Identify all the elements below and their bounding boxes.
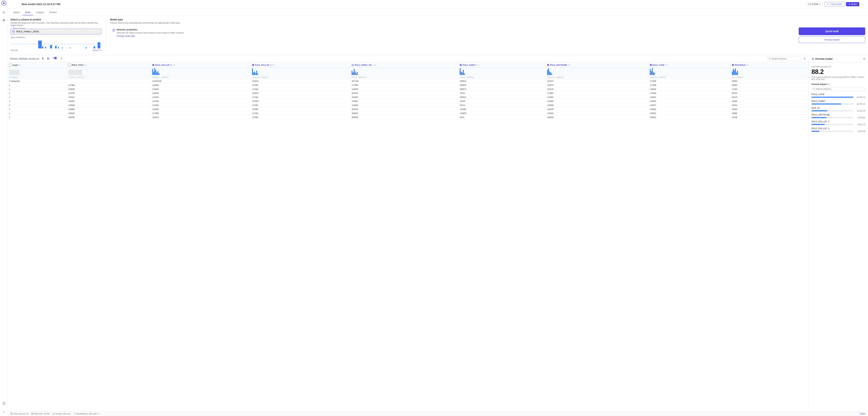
tab-build[interactable]: Build xyxy=(22,10,33,15)
model-type-section: Model type Canvas detects and automatica… xyxy=(106,18,795,52)
svg-rect-45 xyxy=(547,64,549,66)
table-row: 1119323117930117929123932197931195691193… xyxy=(8,99,808,103)
status-visualizations: Visualizations: 20k rows i xyxy=(73,413,99,415)
chart-row xyxy=(8,68,808,75)
col-header-role-rollup1[interactable]: ROLE_ROLLUP_1 123 xyxy=(250,63,350,68)
target-column-select[interactable]: ROLE_FAMILY_DESC xyxy=(10,29,101,34)
svg-line-12 xyxy=(849,4,850,5)
svg-rect-26 xyxy=(86,47,87,48)
dist-min: 4673.00 xyxy=(10,49,18,51)
page-title: New model 2021-11-16 6:27 PM xyxy=(22,3,804,6)
tab-select[interactable]: Select xyxy=(10,10,22,15)
col-header-target[interactable]: target Abc xyxy=(8,63,67,68)
filter-badge: 2 xyxy=(54,57,57,59)
model-type-title: Model type xyxy=(110,18,795,21)
version-badge[interactable]: V1 Draft xyxy=(806,2,823,6)
col-check-icon xyxy=(152,64,154,66)
svg-rect-29 xyxy=(42,58,44,59)
sort-btn[interactable] xyxy=(60,57,64,61)
accuracy-value: 88.2 xyxy=(811,68,865,75)
impact-item: ROLE_DEPTNAME 9,478.84 xyxy=(811,114,865,119)
svg-rect-56 xyxy=(12,413,12,415)
tabs: Select Build Analyze Predict xyxy=(8,8,868,15)
svg-rect-40 xyxy=(152,64,154,66)
svg-rect-16 xyxy=(38,40,42,48)
search-columns-input[interactable] xyxy=(772,58,800,60)
col-header-role-title[interactable]: ROLE_TITLE 123 xyxy=(67,63,151,68)
svg-text:?: ? xyxy=(3,403,4,405)
change-model-link[interactable]: Change model type xyxy=(117,35,135,37)
svg-line-11 xyxy=(849,4,850,4)
svg-rect-58 xyxy=(31,414,33,415)
tab-predict[interactable]: Predict xyxy=(47,10,59,15)
sidebar-menu-icon[interactable] xyxy=(1,18,7,23)
columns-icon xyxy=(10,413,12,415)
col-header-role-family-desc[interactable]: ROLE_FAMILY_DE... 123 xyxy=(350,63,458,68)
chevron-down-icon xyxy=(819,3,821,5)
svg-rect-21 xyxy=(42,46,43,48)
impact-item: ROLE_ROLLUP_2 4,887.00 xyxy=(811,127,865,132)
col-checkbox-target[interactable] xyxy=(9,64,12,66)
status-close-button[interactable]: Close xyxy=(860,413,865,415)
svg-rect-44 xyxy=(460,64,462,66)
sidebar-refresh-icon[interactable] xyxy=(1,10,7,15)
predict-desc: Identify the target you want to predict.… xyxy=(10,22,101,27)
add-version-button[interactable]: + Add version xyxy=(825,2,844,6)
table-row: 1126820117969117961269034118638118910126… xyxy=(8,111,808,115)
target-input-wrap: Target column ROLE_FAMILY_DESC xyxy=(10,29,101,34)
preview-close-button[interactable]: ✕ xyxy=(863,57,865,61)
topbar: New model 2021-11-16 6:27 PM V1 Draft + … xyxy=(8,0,868,8)
share-button[interactable]: Share xyxy=(846,2,859,6)
col-check-icon xyxy=(650,64,652,66)
svg-rect-17 xyxy=(50,45,52,48)
sidebar-help-icon[interactable]: ? xyxy=(1,401,7,406)
data-area: Amazon_employee_access.csv 2 xyxy=(8,55,868,411)
col-impact-search-input[interactable] xyxy=(816,88,864,90)
quick-build-button[interactable]: Quick build xyxy=(799,28,865,35)
plus-icon xyxy=(827,3,829,5)
svg-rect-25 xyxy=(70,47,71,48)
more-options-button[interactable]: ⋯ xyxy=(861,2,865,7)
table-row: 1128230118413117961302830467312058412823… xyxy=(8,115,808,119)
info-icon-status: i xyxy=(97,413,99,415)
col-check-icon xyxy=(732,64,734,66)
sidebar-expand-icon[interactable] xyxy=(1,409,7,415)
sample-icon xyxy=(52,413,55,415)
version-label: V1 xyxy=(808,3,811,5)
file-name: Amazon_employee_access.csv xyxy=(10,58,39,60)
dist-max: 296507.30 xyxy=(92,49,101,51)
filter-btn[interactable]: 2 xyxy=(51,57,59,61)
col-checkbox-role-title[interactable] xyxy=(68,64,71,66)
col-header-role-rollup2[interactable]: ROLE_ROLLUP_2 123 xyxy=(151,63,251,68)
svg-point-48 xyxy=(812,59,813,59)
preview-body: Estimated accuracy i 88.2 The model pred… xyxy=(809,63,868,137)
svg-rect-46 xyxy=(650,64,652,66)
search-columns-wrap xyxy=(767,57,801,61)
model-type-desc: Canvas detects and automatically recomme… xyxy=(110,22,795,24)
svg-point-14 xyxy=(13,31,14,32)
app-logo[interactable] xyxy=(1,1,6,6)
svg-line-54 xyxy=(814,89,815,90)
model-type-info: Numeric prediction Estimate the target c… xyxy=(117,28,184,37)
status-label: Draft xyxy=(814,3,818,5)
list-view-btn[interactable] xyxy=(40,57,45,61)
col-header-role-family[interactable]: ROLE_FAMILY 123 xyxy=(458,63,546,68)
svg-rect-3 xyxy=(3,21,5,21)
svg-rect-1 xyxy=(3,20,5,20)
share-icon xyxy=(848,3,850,5)
col-impact-search xyxy=(811,87,865,91)
col-header-role-deptname[interactable]: ROLE_DEPTNAME 123 xyxy=(546,63,648,68)
col-header-resource[interactable]: RESOURCE 123 xyxy=(731,63,808,68)
preview-model-button[interactable]: Preview model xyxy=(799,37,865,43)
search-icon-2 xyxy=(813,88,815,90)
col-header-role-code[interactable]: ROLE_CODE 123 xyxy=(648,63,731,68)
accuracy-desc: The model predicts the correct target (R… xyxy=(811,76,865,80)
svg-text:i: i xyxy=(98,413,98,414)
collapse-btn[interactable] xyxy=(803,57,806,61)
svg-text:i: i xyxy=(830,66,830,67)
topbar-actions: V1 Draft + Add version Share ⋯ xyxy=(806,2,865,7)
table-row: 1118321118343117961240983290919119993118… xyxy=(8,95,808,99)
tab-analyze[interactable]: Analyze xyxy=(33,10,47,15)
svg-rect-19 xyxy=(97,42,100,48)
grid-view-btn[interactable] xyxy=(46,57,51,61)
